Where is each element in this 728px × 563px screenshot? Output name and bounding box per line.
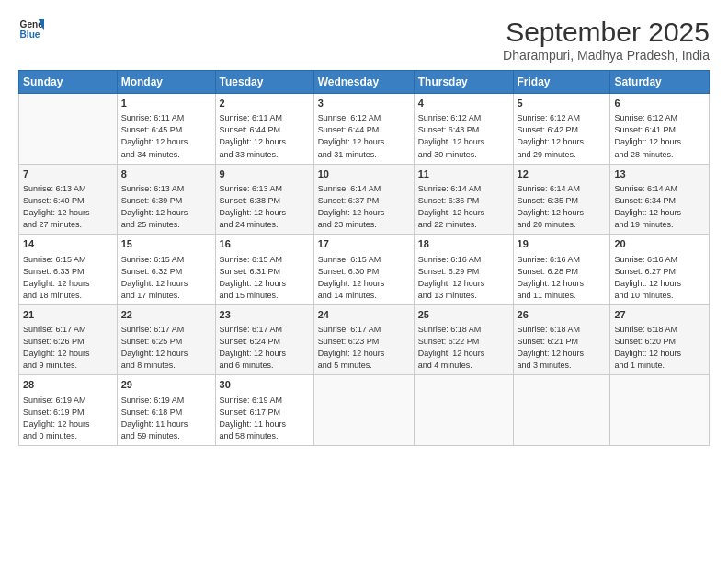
calendar-cell: 23Sunrise: 6:17 AM Sunset: 6:24 PM Dayli… — [215, 304, 313, 375]
calendar-cell: 18Sunrise: 6:16 AM Sunset: 6:29 PM Dayli… — [414, 235, 513, 305]
column-header-friday: Friday — [513, 71, 610, 94]
calendar-cell: 17Sunrise: 6:15 AM Sunset: 6:30 PM Dayli… — [313, 235, 414, 305]
calendar-cell: 24Sunrise: 6:17 AM Sunset: 6:23 PM Dayli… — [313, 304, 414, 375]
day-info: Sunrise: 6:17 AM Sunset: 6:24 PM Dayligh… — [220, 324, 310, 372]
day-number: 8 — [121, 167, 211, 181]
month-title: September 2025 — [503, 17, 710, 48]
day-number: 9 — [220, 167, 310, 181]
day-number: 21 — [23, 308, 113, 322]
day-info: Sunrise: 6:12 AM Sunset: 6:41 PM Dayligh… — [614, 112, 705, 160]
calendar-cell: 10Sunrise: 6:14 AM Sunset: 6:37 PM Dayli… — [313, 164, 414, 235]
calendar-cell: 13Sunrise: 6:14 AM Sunset: 6:34 PM Dayli… — [610, 164, 710, 235]
day-info: Sunrise: 6:17 AM Sunset: 6:26 PM Dayligh… — [23, 324, 113, 372]
calendar-cell: 12Sunrise: 6:14 AM Sunset: 6:35 PM Dayli… — [513, 164, 610, 235]
day-number: 28 — [23, 378, 113, 392]
day-info: Sunrise: 6:13 AM Sunset: 6:39 PM Dayligh… — [121, 183, 211, 231]
day-number: 10 — [318, 167, 410, 181]
calendar-cell: 1Sunrise: 6:11 AM Sunset: 6:45 PM Daylig… — [117, 94, 215, 165]
day-info: Sunrise: 6:15 AM Sunset: 6:31 PM Dayligh… — [220, 254, 310, 302]
calendar-cell: 15Sunrise: 6:15 AM Sunset: 6:32 PM Dayli… — [117, 235, 215, 305]
day-number: 14 — [23, 237, 113, 251]
day-info: Sunrise: 6:12 AM Sunset: 6:44 PM Dayligh… — [318, 112, 410, 160]
day-number: 7 — [23, 167, 113, 181]
day-info: Sunrise: 6:18 AM Sunset: 6:21 PM Dayligh… — [518, 324, 607, 372]
calendar-cell: 14Sunrise: 6:15 AM Sunset: 6:33 PM Dayli… — [19, 235, 118, 305]
column-header-tuesday: Tuesday — [215, 71, 313, 94]
calendar-cell: 19Sunrise: 6:16 AM Sunset: 6:28 PM Dayli… — [513, 235, 610, 305]
day-info: Sunrise: 6:19 AM Sunset: 6:19 PM Dayligh… — [23, 395, 113, 442]
day-number: 16 — [220, 237, 310, 251]
calendar-cell — [610, 375, 710, 446]
day-info: Sunrise: 6:17 AM Sunset: 6:25 PM Dayligh… — [121, 324, 211, 372]
calendar-cell: 6Sunrise: 6:12 AM Sunset: 6:41 PM Daylig… — [610, 94, 710, 165]
day-number: 3 — [318, 97, 410, 110]
calendar-cell: 5Sunrise: 6:12 AM Sunset: 6:42 PM Daylig… — [513, 94, 610, 165]
column-header-sunday: Sunday — [19, 71, 118, 94]
calendar-cell — [19, 94, 118, 165]
calendar-cell — [513, 375, 610, 446]
calendar-cell: 26Sunrise: 6:18 AM Sunset: 6:21 PM Dayli… — [513, 304, 610, 375]
day-number: 23 — [220, 308, 310, 322]
calendar-cell: 2Sunrise: 6:11 AM Sunset: 6:44 PM Daylig… — [215, 94, 313, 165]
day-info: Sunrise: 6:14 AM Sunset: 6:34 PM Dayligh… — [614, 183, 705, 231]
day-info: Sunrise: 6:17 AM Sunset: 6:23 PM Dayligh… — [318, 324, 410, 372]
day-info: Sunrise: 6:14 AM Sunset: 6:35 PM Dayligh… — [518, 183, 607, 231]
day-number: 20 — [614, 237, 705, 251]
day-number: 25 — [418, 308, 509, 322]
day-number: 26 — [518, 308, 607, 322]
calendar-cell: 29Sunrise: 6:19 AM Sunset: 6:18 PM Dayli… — [117, 375, 215, 446]
day-info: Sunrise: 6:12 AM Sunset: 6:42 PM Dayligh… — [518, 112, 607, 160]
day-info: Sunrise: 6:14 AM Sunset: 6:36 PM Dayligh… — [418, 183, 509, 231]
svg-text:Blue: Blue — [20, 29, 40, 40]
day-info: Sunrise: 6:18 AM Sunset: 6:20 PM Dayligh… — [614, 324, 705, 372]
day-number: 18 — [418, 237, 509, 251]
calendar-cell: 28Sunrise: 6:19 AM Sunset: 6:19 PM Dayli… — [19, 375, 118, 446]
day-info: Sunrise: 6:16 AM Sunset: 6:29 PM Dayligh… — [418, 254, 509, 302]
day-number: 6 — [614, 97, 705, 110]
day-info: Sunrise: 6:13 AM Sunset: 6:38 PM Dayligh… — [220, 183, 310, 231]
calendar-cell: 3Sunrise: 6:12 AM Sunset: 6:44 PM Daylig… — [313, 94, 414, 165]
day-info: Sunrise: 6:16 AM Sunset: 6:27 PM Dayligh… — [614, 254, 705, 302]
day-number: 17 — [318, 237, 410, 251]
day-info: Sunrise: 6:11 AM Sunset: 6:44 PM Dayligh… — [220, 112, 310, 160]
column-header-saturday: Saturday — [610, 71, 710, 94]
calendar-cell: 4Sunrise: 6:12 AM Sunset: 6:43 PM Daylig… — [414, 94, 513, 165]
day-info: Sunrise: 6:15 AM Sunset: 6:32 PM Dayligh… — [121, 254, 211, 302]
day-number: 19 — [518, 237, 607, 251]
location-subtitle: Dharampuri, Madhya Pradesh, India — [503, 48, 710, 63]
day-number: 11 — [418, 167, 509, 181]
day-info: Sunrise: 6:19 AM Sunset: 6:17 PM Dayligh… — [220, 395, 310, 442]
day-info: Sunrise: 6:11 AM Sunset: 6:45 PM Dayligh… — [121, 112, 211, 160]
day-number: 2 — [220, 97, 310, 110]
column-header-thursday: Thursday — [414, 71, 513, 94]
calendar-cell: 22Sunrise: 6:17 AM Sunset: 6:25 PM Dayli… — [117, 304, 215, 375]
day-info: Sunrise: 6:14 AM Sunset: 6:37 PM Dayligh… — [318, 183, 410, 231]
day-number: 30 — [220, 378, 310, 392]
day-info: Sunrise: 6:18 AM Sunset: 6:22 PM Dayligh… — [418, 324, 509, 372]
calendar-cell — [313, 375, 414, 446]
calendar-cell: 20Sunrise: 6:16 AM Sunset: 6:27 PM Dayli… — [610, 235, 710, 305]
day-number: 29 — [121, 378, 211, 392]
calendar-cell: 25Sunrise: 6:18 AM Sunset: 6:22 PM Dayli… — [414, 304, 513, 375]
day-number: 13 — [614, 167, 705, 181]
column-header-monday: Monday — [117, 71, 215, 94]
calendar-cell: 27Sunrise: 6:18 AM Sunset: 6:20 PM Dayli… — [610, 304, 710, 375]
day-info: Sunrise: 6:16 AM Sunset: 6:28 PM Dayligh… — [518, 254, 607, 302]
calendar-cell: 9Sunrise: 6:13 AM Sunset: 6:38 PM Daylig… — [215, 164, 313, 235]
column-header-wednesday: Wednesday — [313, 71, 414, 94]
day-info: Sunrise: 6:12 AM Sunset: 6:43 PM Dayligh… — [418, 112, 509, 160]
day-info: Sunrise: 6:15 AM Sunset: 6:30 PM Dayligh… — [318, 254, 410, 302]
calendar-cell: 21Sunrise: 6:17 AM Sunset: 6:26 PM Dayli… — [19, 304, 118, 375]
day-number: 22 — [121, 308, 211, 322]
calendar-cell — [414, 375, 513, 446]
day-number: 27 — [614, 308, 705, 322]
day-number: 15 — [121, 237, 211, 251]
day-info: Sunrise: 6:19 AM Sunset: 6:18 PM Dayligh… — [121, 395, 211, 442]
logo: General Blue — [18, 17, 44, 42]
day-number: 12 — [518, 167, 607, 181]
calendar-cell: 8Sunrise: 6:13 AM Sunset: 6:39 PM Daylig… — [117, 164, 215, 235]
calendar-cell: 30Sunrise: 6:19 AM Sunset: 6:17 PM Dayli… — [215, 375, 313, 446]
day-number: 1 — [121, 97, 211, 110]
calendar-cell: 7Sunrise: 6:13 AM Sunset: 6:40 PM Daylig… — [19, 164, 118, 235]
day-number: 4 — [418, 97, 509, 110]
